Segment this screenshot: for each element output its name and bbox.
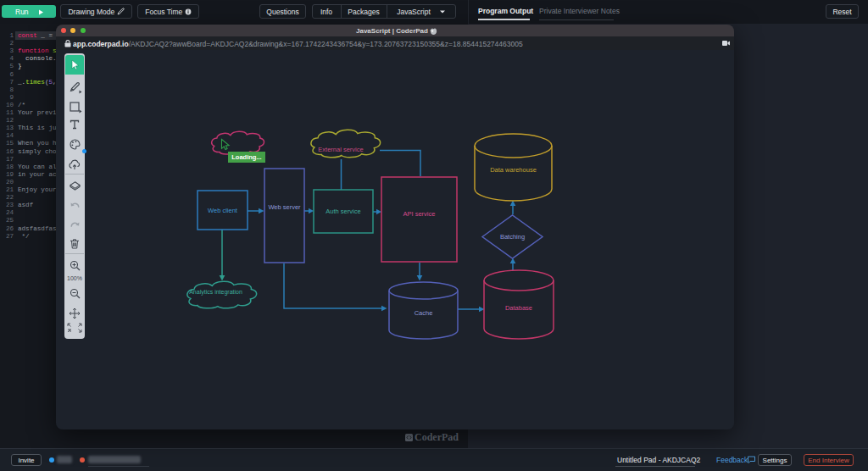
svg-text:Cache: Cache [415, 309, 433, 317]
svg-text:Batching: Batching [500, 233, 525, 241]
svg-text:API service: API service [403, 210, 436, 218]
svg-text:Database: Database [505, 304, 532, 312]
svg-text:Web server: Web server [268, 203, 301, 211]
svg-text:Web client: Web client [208, 207, 238, 214]
svg-text:Loading...: Loading... [231, 153, 261, 161]
svg-text:External service: External service [318, 146, 363, 153]
svg-text:Data warehouse: Data warehouse [490, 166, 537, 174]
svg-text:Auth service: Auth service [326, 208, 360, 215]
svg-text:Analytics integration: Analytics integration [189, 289, 242, 296]
